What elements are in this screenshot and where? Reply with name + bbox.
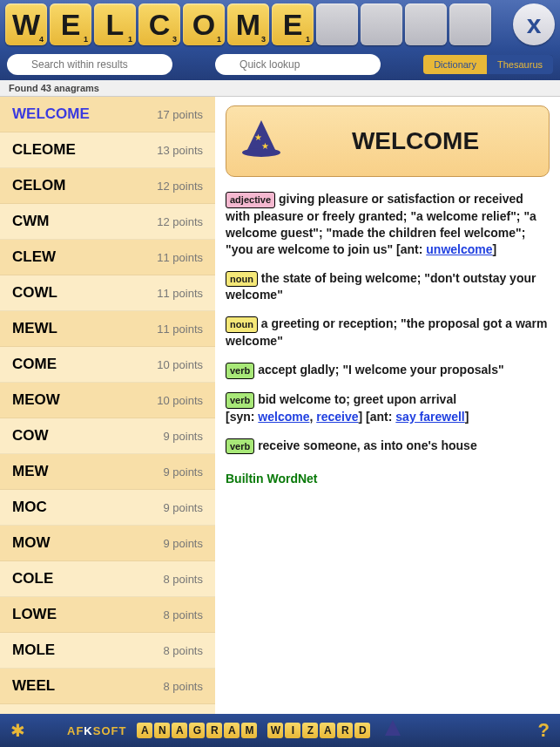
link[interactable]: say farewell <box>395 410 464 424</box>
word-label: MOW <box>12 534 50 552</box>
definition-panel: ★ ★ WELCOME adjective giving pleasure or… <box>215 97 560 714</box>
brand-tile: A <box>320 723 335 738</box>
word-row[interactable]: MEOW10 points <box>0 383 215 418</box>
points-label: 11 points <box>157 251 203 264</box>
brand-tile: Z <box>302 723 318 738</box>
word-label: MOLE <box>12 642 55 659</box>
pos-tag: verb <box>226 392 254 409</box>
letter-tile[interactable]: E1 <box>50 3 91 45</box>
word-row[interactable]: MOW9 points <box>0 526 215 561</box>
empty-tile[interactable] <box>449 3 491 45</box>
app-name: ANAGRAMWIZARD <box>137 723 370 738</box>
word-row[interactable]: CELOM12 points <box>0 168 215 204</box>
empty-tile[interactable] <box>405 3 447 45</box>
tile-rack: W4E1L1C3O1M3E1 x <box>0 0 560 49</box>
word-label: CWM <box>12 213 49 230</box>
points-label: 11 points <box>157 287 203 300</box>
brand-tile: R <box>337 723 353 738</box>
search-within-input[interactable] <box>7 54 172 75</box>
word-row[interactable]: CWM12 points <box>0 204 215 240</box>
word-row[interactable]: COLE8 points <box>0 561 215 597</box>
letter-tile[interactable]: M3 <box>227 3 269 45</box>
link[interactable]: receive <box>316 410 358 424</box>
word-label: MEW <box>12 463 49 480</box>
points-label: 8 points <box>163 680 203 693</box>
settings-icon[interactable]: ✱ <box>10 720 25 741</box>
points-label: 10 points <box>157 358 203 371</box>
points-label: 12 points <box>157 215 203 228</box>
word-label: COW <box>12 427 49 445</box>
word-label: WELCOME <box>12 105 90 123</box>
source-label: Builtin WordNet <box>226 472 550 486</box>
points-label: 10 points <box>157 394 203 407</box>
letter-tile[interactable]: W4 <box>5 3 47 45</box>
bottom-bar: ✱ AFKSOFT ANAGRAMWIZARD ? <box>0 714 560 747</box>
empty-tile[interactable] <box>316 3 358 45</box>
letter-tile[interactable]: C3 <box>138 3 180 45</box>
letter-tile[interactable]: O1 <box>183 3 225 45</box>
word-row[interactable]: COME10 points <box>0 347 215 383</box>
brand-tile: N <box>154 723 170 738</box>
word-row[interactable]: CLEOME13 points <box>0 132 215 168</box>
brand-tile: A <box>137 723 152 738</box>
clear-button[interactable]: x <box>513 3 555 45</box>
letter-tile[interactable]: E1 <box>272 3 314 45</box>
brand-tile: A <box>224 723 240 738</box>
word-row[interactable]: CLEW11 points <box>0 240 215 275</box>
main-content: WELCOME17 pointsCLEOME13 pointsCELOM12 p… <box>0 97 560 714</box>
definition: verb receive someone, as into one's hous… <box>226 438 550 455</box>
brand-tile: R <box>206 723 222 738</box>
dictionary-toggle[interactable]: Dictionary <box>423 55 487 74</box>
word-row[interactable]: LOWE8 points <box>0 597 215 633</box>
wizard-icon: ★ ★ <box>240 120 282 162</box>
search-row: Dictionary Thesaurus <box>0 49 560 80</box>
word-label: COLE <box>12 570 53 587</box>
letter-tile[interactable]: L1 <box>94 3 136 45</box>
word-row[interactable]: COW9 points <box>0 418 215 454</box>
points-label: 8 points <box>163 644 203 657</box>
mini-wizard-icon <box>382 720 403 741</box>
word-list[interactable]: WELCOME17 pointsCLEOME13 pointsCELOM12 p… <box>0 97 215 714</box>
word-row[interactable]: MOLE8 points <box>0 633 215 669</box>
word-label: CLEOME <box>12 141 76 159</box>
word-label: MOC <box>12 499 47 516</box>
thesaurus-toggle[interactable]: Thesaurus <box>487 55 553 74</box>
points-label: 9 points <box>163 501 203 514</box>
points-label: 13 points <box>157 144 203 157</box>
word-label: LOWE <box>12 606 57 623</box>
headword: WELCOME <box>296 127 535 155</box>
link[interactable]: unwelcome <box>426 242 492 256</box>
word-row[interactable]: CEL7 points <box>0 704 215 714</box>
headword-card: ★ ★ WELCOME <box>226 105 550 177</box>
word-row[interactable]: WEEL8 points <box>0 669 215 704</box>
pos-tag: noun <box>226 271 258 288</box>
word-label: CELOM <box>12 177 65 194</box>
quick-lookup-input[interactable] <box>215 54 381 75</box>
pos-tag: noun <box>226 316 258 333</box>
brand-tile: M <box>241 723 257 738</box>
points-label: 17 points <box>157 108 203 121</box>
word-row[interactable]: MEWL11 points <box>0 311 215 347</box>
mode-toggle: Dictionary Thesaurus <box>423 55 553 74</box>
word-row[interactable]: MOC9 points <box>0 490 215 526</box>
word-label: COME <box>12 356 57 373</box>
brand-tile: G <box>189 723 205 738</box>
brand-tile: W <box>267 723 283 738</box>
definition: noun the state of being welcome; "don't … <box>226 270 550 304</box>
word-row[interactable]: WELCOME17 points <box>0 97 215 132</box>
definition: noun a greeting or reception; "the propo… <box>226 316 550 350</box>
pos-tag: adjective <box>226 192 275 208</box>
brand-tile: A <box>172 723 187 738</box>
definition: adjective giving pleasure or satisfactio… <box>226 191 550 258</box>
word-label: WEEL <box>12 677 55 695</box>
word-row[interactable]: MEW9 points <box>0 454 215 490</box>
link[interactable]: welcome <box>258 410 309 424</box>
help-icon[interactable]: ? <box>538 719 550 742</box>
word-label: MEWL <box>12 320 57 337</box>
definition: verb bid welcome to; greet upon arrival[… <box>226 391 550 425</box>
brand-tile: D <box>354 723 370 738</box>
word-row[interactable]: COWL11 points <box>0 275 215 311</box>
empty-tile[interactable] <box>361 3 402 45</box>
pos-tag: verb <box>226 438 254 455</box>
brand-label: AFKSOFT <box>67 724 126 737</box>
